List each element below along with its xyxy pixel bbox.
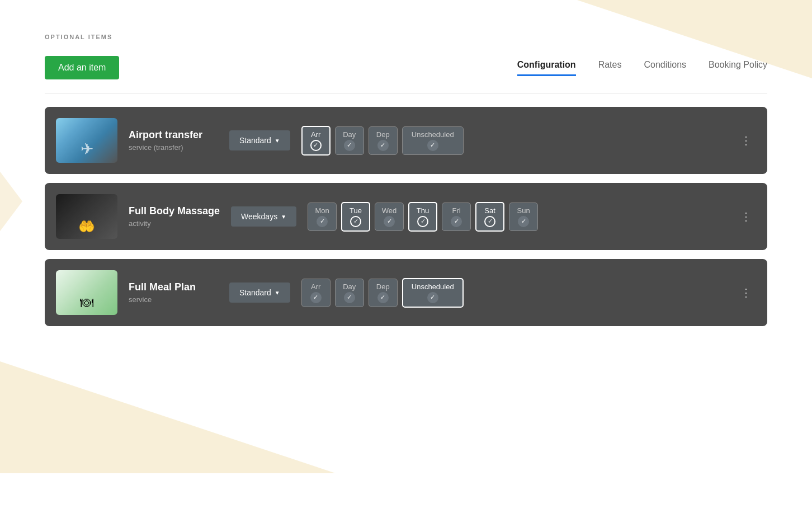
- schedule-label-meal: Standard: [239, 288, 271, 297]
- dropdown-arrow-massage: ▼: [281, 214, 286, 220]
- schedule-tags-airport: Arr ✓ Day ✓ Dep ✓ Unscheduled ✓: [301, 126, 464, 156]
- tag-label-wed: Wed: [382, 206, 397, 215]
- schedule-dropdown-airport[interactable]: Standard ▼: [229, 130, 290, 150]
- tag-label-arr-meal: Arr: [311, 282, 320, 291]
- item-image-airport: [56, 118, 117, 163]
- tag-arr-meal[interactable]: Arr ✓: [301, 279, 331, 307]
- item-type-massage: activity: [129, 219, 220, 228]
- tag-mon-massage[interactable]: Mon ✓: [308, 203, 337, 231]
- tag-label-dep: Dep: [376, 130, 390, 139]
- item-card-massage: Full Body Massage activity Weekdays ▼ Mo…: [45, 183, 767, 250]
- check-day-meal: ✓: [344, 292, 355, 303]
- tag-unscheduled-airport[interactable]: Unscheduled ✓: [402, 126, 464, 155]
- tag-fri-massage[interactable]: Fri ✓: [442, 203, 471, 231]
- item-info-massage: Full Body Massage activity: [129, 205, 220, 228]
- schedule-dropdown-meal[interactable]: Standard ▼: [229, 282, 290, 303]
- item-image-meal: [56, 270, 117, 315]
- item-card-meal: Full Meal Plan service Standard ▼ Arr ✓ …: [45, 259, 767, 326]
- item-type-airport: service (transfer): [129, 143, 218, 152]
- top-bar: Add an item Configuration Rates Conditio…: [45, 56, 767, 79]
- tag-sun-massage[interactable]: Sun ✓: [509, 203, 538, 231]
- check-wed: ✓: [384, 216, 395, 227]
- check-mon: ✓: [317, 216, 328, 227]
- item-type-meal: service: [129, 295, 218, 304]
- check-sun: ✓: [518, 216, 529, 227]
- add-item-button[interactable]: Add an item: [45, 56, 119, 79]
- tag-label-arr: Arr: [311, 130, 320, 139]
- item-name-massage: Full Body Massage: [129, 205, 220, 217]
- tag-dep-meal[interactable]: Dep ✓: [369, 279, 398, 307]
- item-name-meal: Full Meal Plan: [129, 281, 218, 293]
- tag-wed-massage[interactable]: Wed ✓: [375, 203, 404, 231]
- schedule-tags-meal: Arr ✓ Day ✓ Dep ✓ Unscheduled ✓: [301, 278, 464, 308]
- more-options-meal[interactable]: ⋮: [736, 284, 756, 302]
- tabs-underline: [45, 93, 767, 93]
- check-fri: ✓: [451, 216, 462, 227]
- decorative-triangle-bottom: [0, 361, 336, 473]
- tag-dep-airport[interactable]: Dep ✓: [369, 126, 398, 155]
- dropdown-arrow-airport: ▼: [275, 138, 280, 144]
- unscheduled-label-airport: Unscheduled: [412, 130, 454, 139]
- tag-sat-massage[interactable]: Sat ✓: [475, 202, 504, 232]
- check-sat: ✓: [484, 216, 495, 227]
- more-options-massage[interactable]: ⋮: [736, 208, 756, 225]
- check-unscheduled-meal: ✓: [427, 292, 438, 303]
- tag-label-day-meal: Day: [343, 282, 356, 291]
- tag-label-fri: Fri: [452, 206, 460, 215]
- schedule-label-massage: Weekdays: [241, 212, 277, 221]
- tab-booking-policy[interactable]: Booking Policy: [709, 60, 767, 76]
- section-label: Optional Items: [45, 34, 767, 40]
- tab-rates[interactable]: Rates: [598, 60, 622, 76]
- tag-label-mon: Mon: [315, 206, 329, 215]
- dropdown-arrow-meal: ▼: [275, 290, 280, 296]
- unscheduled-label-meal: Unscheduled: [412, 282, 454, 291]
- tag-label-sun: Sun: [517, 206, 530, 215]
- tab-conditions[interactable]: Conditions: [644, 60, 686, 76]
- main-container: Optional Items Add an item Configuration…: [0, 0, 812, 357]
- item-info-airport: Airport transfer service (transfer): [129, 129, 218, 152]
- check-dep-meal: ✓: [377, 292, 389, 303]
- item-info-meal: Full Meal Plan service: [129, 281, 218, 304]
- tag-tue-massage[interactable]: Tue ✓: [341, 202, 370, 232]
- item-name-airport: Airport transfer: [129, 129, 218, 141]
- tag-thu-massage[interactable]: Thu ✓: [408, 202, 437, 232]
- schedule-dropdown-massage[interactable]: Weekdays ▼: [231, 206, 296, 227]
- tag-label-dep-meal: Dep: [376, 282, 390, 291]
- check-arr-meal: ✓: [310, 292, 322, 303]
- tag-day-meal[interactable]: Day ✓: [335, 279, 364, 307]
- item-image-massage: [56, 194, 117, 239]
- more-options-airport[interactable]: ⋮: [736, 131, 756, 149]
- schedule-tags-massage: Mon ✓ Tue ✓ Wed ✓ Thu ✓ Fri ✓ Sat ✓: [308, 202, 538, 232]
- item-card-airport-transfer: Airport transfer service (transfer) Stan…: [45, 107, 767, 174]
- check-arr: ✓: [310, 140, 322, 151]
- check-thu: ✓: [417, 216, 428, 227]
- tab-configuration[interactable]: Configuration: [517, 60, 576, 76]
- tag-label-sat: Sat: [484, 206, 495, 215]
- tag-day-airport[interactable]: Day ✓: [335, 126, 364, 155]
- schedule-label-airport: Standard: [239, 136, 271, 145]
- tag-label-tue: Tue: [350, 206, 362, 215]
- check-dep: ✓: [377, 140, 389, 151]
- check-tue: ✓: [350, 216, 361, 227]
- tag-arr-airport[interactable]: Arr ✓: [301, 126, 331, 156]
- tag-label-thu: Thu: [417, 206, 429, 215]
- check-day: ✓: [344, 140, 355, 151]
- check-unscheduled-airport: ✓: [427, 140, 438, 151]
- tag-unscheduled-meal[interactable]: Unscheduled ✓: [402, 278, 464, 308]
- tag-label-day: Day: [343, 130, 356, 139]
- tabs-container: Configuration Rates Conditions Booking P…: [517, 60, 767, 76]
